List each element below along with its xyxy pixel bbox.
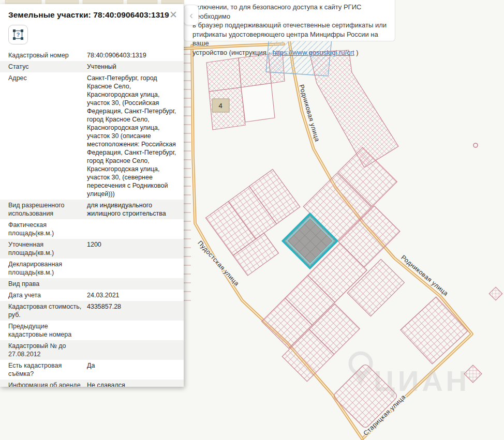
row-label: Кадастровая стоимость, руб. (8, 302, 87, 319)
row-value (87, 260, 177, 277)
row-value (87, 342, 177, 358)
measure-polygon-button[interactable]: ? (8, 25, 28, 44)
table-row: Дата учета24.03.2021 (0, 290, 184, 301)
row-label: Декларированная площадь(кв.м.) (8, 260, 87, 277)
parcel-info-panel: Земельные участки: 78:40:0906403:1319 ✕ … (0, 4, 184, 387)
polygon-question-icon: ? (12, 28, 24, 41)
row-label: Предыдущие кадастровые номера (8, 322, 87, 339)
row-label: Дата учета (8, 291, 87, 299)
row-label: Вид права (8, 280, 87, 288)
parcel[interactable] (206, 58, 241, 92)
row-value: 78:40:0906403:1319 (87, 51, 177, 59)
row-value (87, 221, 177, 237)
row-value: для индивидуального жилищного строительс… (87, 201, 177, 218)
row-value: Не сдавался (87, 381, 177, 387)
row-label: Адрес (8, 74, 87, 198)
row-label: Уточненная площадь(кв.м.) (8, 240, 87, 257)
row-value: 4335857.28 (87, 302, 177, 319)
gosuslugi-link[interactable]: https://www.gosuslugi.ru/crt (272, 49, 354, 56)
parcel[interactable] (241, 83, 275, 122)
svg-text:?: ? (17, 32, 20, 38)
row-label: Статус (8, 63, 87, 71)
panel-header: Земельные участки: 78:40:0906403:1319 ✕ (0, 4, 184, 21)
row-value: Учтенный (87, 63, 177, 71)
panel-title: Земельные участки: 78:40:0906403:1319 (8, 10, 169, 19)
table-row: Декларированная площадь(кв.м.) (0, 259, 184, 278)
row-label: Вид разрешенного использования (8, 201, 87, 218)
browser-cert-notification: дключении, то для безопасного доступа к … (184, 0, 395, 41)
table-row: Информация об арендеНе сдавался (0, 380, 184, 387)
panel-collapse-button[interactable]: ‹ (184, 5, 199, 25)
attribute-table: Кадастровый номер78:40:0906403:1319Стату… (0, 50, 184, 387)
row-value: 24.03.2021 (87, 291, 177, 299)
building-4[interactable]: 4 (212, 99, 229, 112)
close-icon[interactable]: ✕ (169, 10, 177, 20)
table-row: Вид разрешенного использованиядля индиви… (0, 200, 184, 219)
table-row: Предыдущие кадастровые номера (0, 321, 184, 340)
rgis-cadastral-app: { "panel": { "title": "Земельные участки… (0, 0, 504, 440)
row-value: Санкт-Петербург, город Красное Село, Кра… (87, 74, 177, 198)
building-label: 4 (218, 102, 222, 110)
notification-line: ь браузер поддерживающий отечественные с… (192, 21, 390, 30)
table-row: Есть кадастровая съёмка?Да (0, 360, 184, 380)
row-value: 1200 (87, 240, 177, 257)
chevron-left-icon: ‹ (189, 9, 193, 21)
table-row: СтатусУчтенный (0, 61, 184, 72)
table-row: Уточненная площадь(кв.м.)1200 (0, 239, 184, 259)
row-label: Кадастровый номер (8, 51, 87, 59)
notification-line: дключении, то для безопасного доступа к … (192, 3, 390, 21)
row-value (87, 280, 177, 288)
table-row: АдресСанкт-Петербург, город Красное Село… (0, 72, 184, 200)
notification-line: ртификаты удостоверяющего центра Минцифр… (192, 30, 390, 48)
row-value: Да (87, 361, 177, 378)
row-label: Информация об аренде (8, 381, 87, 387)
table-row: Кадастровая стоимость, руб.4335857.28 (0, 301, 184, 321)
notification-line: устройство (инструкция - https://www.gos… (192, 48, 390, 57)
row-value (87, 322, 177, 339)
row-label: Есть кадастровая съёмка? (8, 361, 87, 378)
table-row: Фактическая площадь(кв.м.) (0, 219, 184, 239)
table-row: Кадастровый № до 27.08.2012 (0, 340, 184, 360)
table-row: Вид права (0, 278, 184, 290)
row-label: Фактическая площадь(кв.м.) (8, 221, 87, 237)
row-label: Кадастровый № до 27.08.2012 (8, 342, 87, 358)
table-row: Кадастровый номер78:40:0906403:1319 (0, 50, 184, 61)
